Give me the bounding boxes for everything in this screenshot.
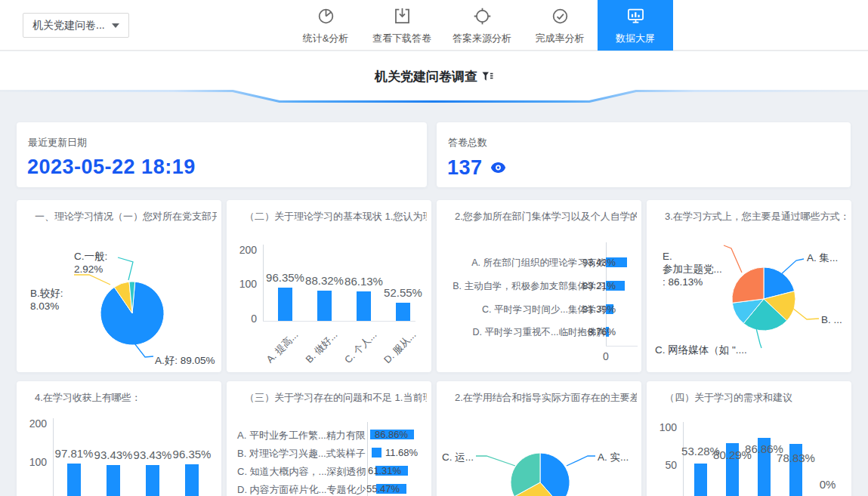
chart-title: 3.在学习方式上，您主要是通过哪些方式：...: [647, 210, 847, 223]
y-axis-line: [683, 422, 684, 496]
chart-card-1: C.一般:2.92%B.较好:8.03%A.好: 89.05%一、理论学习情况（…: [17, 200, 221, 372]
page-title: 机关党建问卷调查: [375, 69, 477, 84]
row-label: C. 知道大概内容，...深刻透彻: [237, 465, 366, 479]
navbar: 机关党建问卷... 统计&分析查看下载答卷答案来源分析完成率分析数据大屏: [0, 0, 868, 51]
chart-card-6: A. 平时业务工作繁...精力有限86.86%B. 对理论学习兴趣...式装样子…: [227, 381, 431, 496]
chart-card-3: 0A. 所在部门组织的理论学习有效93.43%B. 主动自学，积极参加支部集体学…: [437, 200, 641, 372]
leader-line: [756, 328, 761, 348]
nav-tab-5[interactable]: 数据大屏: [598, 0, 673, 51]
pie-label-line: : 86.13%: [663, 276, 722, 288]
pie-label: C. 网络媒体（如 "....: [655, 344, 747, 356]
survey-selector[interactable]: 机关党建问卷...: [23, 13, 129, 38]
bar-segment: [146, 465, 159, 496]
nav-tab-2[interactable]: 查看下载答卷: [362, 0, 442, 51]
caret-down-icon: [112, 23, 119, 28]
pie-label-line: A.好: 89.05%: [155, 354, 215, 367]
chart-title: （四）关于学习的需求和建议: [647, 391, 847, 405]
chart-card-2: 200100096.35%A. 提高...88.32%B. 做好...86.13…: [227, 200, 431, 372]
axis-tick: 50: [647, 459, 677, 471]
pie-label: B. ...: [821, 313, 842, 326]
funnel-shape: [483, 72, 490, 81]
funnel-lines: [490, 74, 493, 79]
pie-chart: [17, 200, 221, 372]
row-label: A. 平时业务工作繁...精力有限: [237, 429, 366, 442]
stat-card-total-answers: 答卷总数 137: [437, 122, 851, 187]
leader-line: [780, 259, 804, 276]
nav-tab-label: 统计&分析: [303, 32, 349, 45]
chart-title: 2.您参加所在部门集体学习以及个人自学的...: [437, 210, 637, 223]
pie-label: E.参加主题党...: 86.13%: [663, 250, 722, 288]
eye-icon[interactable]: [490, 156, 506, 179]
pie-label: A.好: 89.05%: [155, 354, 215, 367]
pie-label-line: B.较好:: [30, 287, 63, 300]
x-axis-line: [263, 321, 415, 322]
pie-label-line: 参加主题党...: [663, 263, 722, 276]
pie-label-line: C.一般:: [74, 250, 107, 263]
row-label: D. 平时学习重视不...临时抱佛脚: [473, 326, 606, 339]
chart-body: C.一般:2.92%B.较好:8.03%A.好: 89.05%: [17, 200, 221, 372]
row-value: 93.43%: [582, 257, 616, 268]
chart-title: （三）关于学习存在的问题和不足 1.当前理...: [227, 391, 427, 405]
axis-tick: 0: [227, 313, 257, 325]
pie-label: C.一般:2.92%: [74, 250, 107, 276]
stat-value-last-update: 2023-05-22 18:19: [27, 156, 196, 179]
axis-tick: 100: [17, 456, 47, 468]
nav-tab-label: 数据大屏: [616, 32, 655, 45]
total-answers-number: 137: [447, 156, 483, 179]
chart-card-8: 1005053.28%80.29%86.86%78.83%0%（四）关于学习的需…: [647, 381, 851, 496]
axis-tick: 0: [598, 350, 613, 362]
nav-tab-4[interactable]: 完成率分析: [522, 0, 598, 51]
pie-label: A. 集...: [807, 251, 838, 264]
pie-label: C. 运...: [442, 451, 474, 464]
value-label: 96.35%: [162, 448, 221, 461]
nav-tab-label: 查看下载答卷: [372, 32, 431, 45]
decorative-swoosh: [0, 89, 868, 106]
pie-label-line: E.: [663, 250, 722, 263]
row-label: B. 对理论学习兴趣...式装样子: [237, 447, 366, 461]
axis-tick: 100: [227, 278, 257, 290]
chart-body: 200100096.35%A. 提高...88.32%B. 做好...86.13…: [227, 200, 431, 372]
filter-icon[interactable]: [482, 71, 493, 85]
pie-slice[interactable]: [732, 267, 764, 303]
nav-tab-1[interactable]: 统计&分析: [289, 0, 362, 51]
axis-tick: 100: [647, 421, 677, 433]
row-value: 11.68%: [385, 447, 418, 458]
row-value: 31.39%: [582, 303, 616, 315]
axis-tick: 200: [227, 244, 257, 256]
row-value: 8.76%: [588, 326, 616, 337]
x-axis-line: [606, 346, 638, 347]
row-value: 55.47%: [366, 483, 400, 494]
row-value: 83.21%: [582, 280, 616, 291]
download-icon: [392, 6, 412, 29]
axis-tick: 200: [17, 417, 47, 430]
chart-title: 一、理论学习情况（一）您对所在党支部开...: [17, 210, 217, 223]
pie-label-line: 2.92%: [74, 263, 107, 276]
chart-title: （二）关于理论学习的基本现状 1.您认为理...: [227, 210, 427, 223]
bar-segment: [67, 464, 81, 496]
pie-label-line: 8.03%: [30, 300, 63, 313]
chart-body: A. 集...B. ...C. 网络媒体（如 "....E.参加主题党...: …: [647, 200, 851, 372]
chart-title: 2.在学用结合和指导实际方面存在的主要差...: [437, 391, 637, 405]
pie-label-line: A. 集...: [807, 251, 838, 264]
value-label: 0%: [798, 478, 852, 491]
leader-line: [567, 456, 595, 466]
stat-value-total-answers: 137: [447, 156, 506, 180]
row-value: 61.31%: [368, 465, 401, 476]
screen-chart-icon: [626, 6, 646, 29]
pie-label: A. 实...: [598, 451, 629, 464]
bar-segment: [317, 291, 332, 321]
stat-card-last-update: 最近更新日期 2023-05-22 18:19: [17, 122, 427, 187]
leader-line: [74, 275, 110, 285]
pie-label-line: C. 运...: [442, 451, 474, 464]
chart-body: 0A. 所在部门组织的理论学习有效93.43%B. 主动自学，积极参加支部集体学…: [437, 200, 641, 372]
survey-selector-label: 机关党建问卷...: [32, 19, 107, 32]
bar-segment: [357, 291, 371, 321]
pie-label-line: B. ...: [821, 313, 842, 326]
crosshair-icon: [472, 6, 493, 29]
row-bar: [372, 448, 381, 457]
nav-tab-3[interactable]: 答案来源分析: [442, 0, 522, 51]
stat-label: 答卷总数: [448, 136, 487, 149]
value-label: 78.83%: [766, 451, 826, 464]
chart-card-7: C. 运...A. 实...2.在学用结合和指导实际方面存在的主要差...: [437, 381, 641, 496]
page-header: 机关党建问卷调查: [0, 51, 868, 91]
